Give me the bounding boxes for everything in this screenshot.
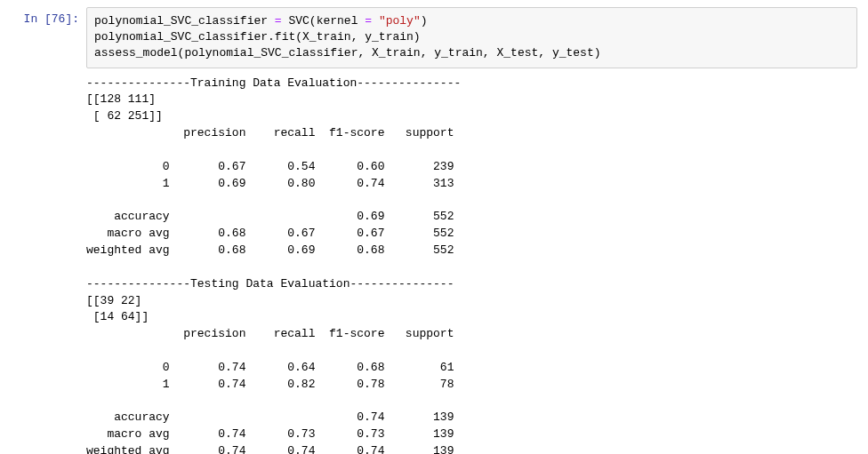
code-input[interactable]: polynomial_SVC_classifier = SVC(kernel =… (86, 7, 857, 68)
code-line-2: polynomial_SVC_classifier.fit(X_train, y… (94, 29, 849, 45)
train-class-row: 1 0.69 0.80 0.74 313 (86, 177, 454, 190)
train-class-row: 0 0.67 0.54 0.60 239 (86, 160, 454, 173)
output-cell: ---------------Training Data Evaluation-… (11, 74, 857, 454)
test-confusion-matrix-row: [[39 22] (86, 294, 141, 307)
train-accuracy-row: accuracy 0.69 552 (86, 210, 454, 223)
test-accuracy-row: accuracy 0.74 139 (86, 410, 454, 424)
test-report-header: precision recall f1-score support (86, 327, 454, 340)
train-report-header: precision recall f1-score support (86, 126, 454, 139)
train-confusion-matrix-row: [[128 111] (86, 92, 156, 106)
training-header: ---------------Training Data Evaluation-… (86, 76, 461, 90)
train-confusion-matrix-row: [ 62 251]] (86, 109, 163, 123)
test-weighted-row: weighted avg 0.74 0.74 0.74 139 (86, 444, 454, 454)
testing-header: ---------------Testing Data Evaluation--… (86, 277, 454, 291)
code-line-1: polynomial_SVC_classifier = SVC(kernel =… (94, 13, 849, 29)
test-class-row: 1 0.74 0.82 0.78 78 (86, 378, 454, 391)
input-cell: In [76]: polynomial_SVC_classifier = SVC… (11, 7, 857, 68)
stdout-output: ---------------Training Data Evaluation-… (86, 74, 857, 454)
input-prompt: In [76]: (11, 7, 86, 26)
train-macro-row: macro avg 0.68 0.67 0.67 552 (86, 227, 454, 240)
test-confusion-matrix-row: [14 64]] (86, 310, 149, 323)
code-line-3: assess_model(polynomial_SVC_classifier, … (94, 45, 849, 61)
test-macro-row: macro avg 0.74 0.73 0.73 139 (86, 427, 454, 441)
train-weighted-row: weighted avg 0.68 0.69 0.68 552 (86, 243, 454, 257)
test-class-row: 0 0.74 0.64 0.68 61 (86, 361, 454, 374)
